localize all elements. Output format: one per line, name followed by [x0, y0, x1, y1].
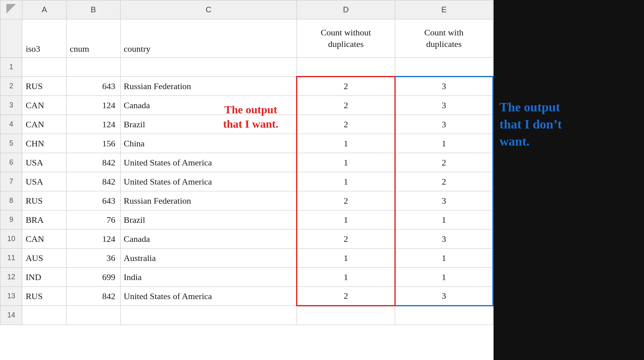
header-d-line2: duplicates	[328, 39, 363, 49]
cell-count-with-dup: 3	[395, 77, 493, 96]
row-number: 5	[0, 134, 22, 153]
row-number: 9	[0, 210, 22, 230]
cell-country: Russian Federation	[120, 77, 297, 96]
cell-cnum: 842	[66, 153, 121, 172]
table-row: 1	[0, 58, 493, 77]
col-header-e: E	[395, 0, 493, 19]
cell-count-with-dup: 2	[395, 172, 493, 191]
cell-count-with-dup: 1	[395, 134, 493, 153]
cell-count-without-dup: 1	[297, 249, 395, 268]
cell-count-with-dup: 1	[395, 268, 493, 287]
cell-cnum: 156	[66, 134, 121, 153]
col-header-c: C	[120, 0, 297, 19]
cell-cnum	[66, 306, 121, 325]
cell-count-with-dup: 3	[395, 230, 493, 249]
row-number: 7	[0, 172, 22, 191]
cell-count-with-dup: 3	[395, 96, 493, 115]
header-count-with-dup: Count with duplicates	[395, 19, 493, 58]
cell-cnum: 124	[66, 96, 121, 115]
row-number: 11	[0, 249, 22, 268]
cell-iso3: USA	[22, 153, 66, 172]
cell-count-without-dup: 1	[297, 210, 395, 230]
cell-count-with-dup: 3	[395, 287, 493, 306]
header-iso3: iso3	[22, 19, 66, 58]
cell-country: Australia	[120, 249, 297, 268]
cell-cnum: 699	[66, 268, 121, 287]
cell-iso3: AUS	[22, 249, 66, 268]
cell-count-without-dup: 2	[297, 230, 395, 249]
cell-count-without-dup	[297, 306, 395, 325]
cell-country: Brazil	[120, 210, 297, 230]
col-header-a: A	[22, 0, 66, 19]
table-row: 2RUS643Russian Federation23	[0, 77, 493, 96]
table-row: 11AUS36Australia11	[0, 249, 493, 268]
cell-iso3: RUS	[22, 287, 66, 306]
cell-iso3: CAN	[22, 96, 66, 115]
cell-iso3: CAN	[22, 115, 66, 134]
cell-country: United States of America	[120, 287, 297, 306]
cell-count-without-dup: 2	[297, 115, 395, 134]
cell-cnum	[66, 58, 121, 77]
row-number: 1	[0, 58, 22, 77]
cell-count-with-dup	[395, 306, 493, 325]
annotation-red: The output that I want.	[211, 103, 291, 132]
cell-cnum: 842	[66, 172, 121, 191]
cell-cnum: 842	[66, 287, 121, 306]
cell-cnum: 76	[66, 210, 121, 230]
table-row: 9BRA76Brazil11	[0, 210, 493, 230]
cell-country	[120, 306, 297, 325]
cell-iso3	[22, 306, 66, 325]
cell-count-without-dup	[297, 58, 395, 77]
cell-count-with-dup: 3	[395, 191, 493, 210]
cell-count-without-dup: 2	[297, 287, 395, 306]
cell-count-without-dup: 2	[297, 96, 395, 115]
cell-iso3	[22, 58, 66, 77]
black-panel	[494, 0, 644, 360]
cell-cnum: 643	[66, 191, 121, 210]
annotation-red-line1: The output	[224, 103, 277, 116]
table-row: 14	[0, 306, 493, 325]
header-e-line1: Count with	[424, 27, 463, 37]
cell-iso3: IND	[22, 268, 66, 287]
cell-count-without-dup: 2	[297, 191, 395, 210]
cell-count-with-dup: 1	[395, 249, 493, 268]
row-number: 8	[0, 191, 22, 210]
cell-country: China	[120, 134, 297, 153]
col-header-b: B	[66, 0, 121, 19]
row-number: 4	[0, 115, 22, 134]
cell-iso3: BRA	[22, 210, 66, 230]
row-number: 10	[0, 230, 22, 249]
annotation-blue-line3: want.	[500, 134, 530, 148]
row-number: 12	[0, 268, 22, 287]
table-row: 6USA842United States of America12	[0, 153, 493, 172]
cell-country: United States of America	[120, 153, 297, 172]
row-number: 2	[0, 77, 22, 96]
table-row: 13RUS842United States of America23	[0, 287, 493, 306]
cell-count-with-dup: 1	[395, 210, 493, 230]
table-row: 10CAN124Canada23	[0, 230, 493, 249]
cell-count-without-dup: 2	[297, 77, 395, 96]
cell-cnum: 124	[66, 230, 121, 249]
table-row: 12IND699India11	[0, 268, 493, 287]
cell-cnum: 124	[66, 115, 121, 134]
cell-iso3: CAN	[22, 230, 66, 249]
cell-count-without-dup: 1	[297, 134, 395, 153]
cell-iso3: CHN	[22, 134, 66, 153]
table-row: 5CHN156China11	[0, 134, 493, 153]
header-count-without-dup: Count without duplicates	[297, 19, 395, 58]
annotation-red-line2: that I want.	[223, 118, 278, 130]
row-number: 14	[0, 306, 22, 325]
cell-iso3: RUS	[22, 191, 66, 210]
annotation-blue-line1: The output	[500, 100, 560, 114]
cell-country: India	[120, 268, 297, 287]
cell-cnum: 36	[66, 249, 121, 268]
header-country: country	[120, 19, 297, 58]
header-e-line2: duplicates	[426, 39, 462, 49]
col-header-d: D	[297, 0, 395, 19]
cell-cnum: 643	[66, 77, 121, 96]
table-row: 7USA842United States of America12	[0, 172, 493, 191]
row-num-header	[0, 19, 22, 58]
row-number: 13	[0, 287, 22, 306]
annotation-blue-line2: that I don’t	[500, 117, 562, 131]
spreadsheet: A B C D E iso3 cnum country Count withou…	[0, 0, 494, 360]
